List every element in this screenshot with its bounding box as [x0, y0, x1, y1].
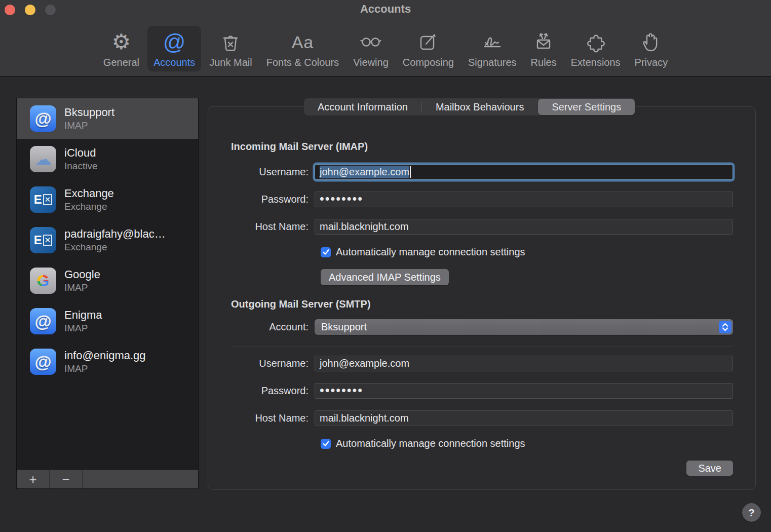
outgoing-password-input[interactable]: ••••••••	[315, 383, 733, 399]
server-settings-panel: Incoming Mail Server (IMAP) Username: jo…	[208, 106, 756, 490]
account-type: Exchange	[64, 201, 114, 212]
toolbar-item-extensions[interactable]: Extensions	[565, 26, 627, 71]
incoming-host-label: Host Name:	[231, 221, 315, 233]
outgoing-heading: Outgoing Mail Server (SMTP)	[231, 298, 733, 310]
fonts-icon: Aa	[292, 29, 314, 55]
account-row-enigma[interactable]: @ Enigma IMAP	[17, 301, 198, 341]
account-name: Exchange	[64, 187, 114, 200]
toolbar-item-label: General	[103, 57, 139, 68]
incoming-username-label: Username:	[231, 166, 315, 178]
text-caret	[410, 166, 411, 178]
incoming-auto-manage-checkbox[interactable]	[321, 247, 331, 257]
toolbar-item-label: Rules	[531, 57, 557, 68]
incoming-password-input[interactable]: ••••••••	[315, 192, 733, 207]
account-type: IMAP	[64, 363, 146, 374]
rules-icon	[531, 29, 556, 55]
check-icon	[322, 248, 330, 256]
outgoing-host-label: Host Name:	[231, 412, 315, 424]
toolbar-item-composing[interactable]: Composing	[397, 26, 460, 71]
toolbar-item-label: Accounts	[153, 57, 195, 68]
toolbar-item-label: Extensions	[571, 57, 621, 68]
mail-account-icon: @	[30, 308, 56, 334]
exchange-icon: E✕	[30, 186, 56, 213]
account-type: Exchange	[64, 242, 166, 253]
incoming-auto-manage-label: Automatically manage connection settings	[336, 246, 525, 258]
at-icon: @	[163, 29, 186, 55]
sidebar-footer: + −	[17, 470, 198, 488]
popup-selected-value: Bksupport	[321, 321, 367, 333]
outgoing-host-input[interactable]: mail.blacknight.com	[315, 410, 733, 426]
incoming-host-input[interactable]: mail.blacknight.com	[315, 219, 733, 235]
account-type: IMAP	[64, 282, 100, 293]
window-title: Accounts	[0, 3, 771, 16]
sidebar-footer-filler	[83, 470, 198, 488]
toolbar-item-fonts-colours[interactable]: Aa Fonts & Colours	[260, 26, 345, 71]
mail-account-icon: @	[30, 349, 56, 375]
toolbar-item-signatures[interactable]: Signatures	[462, 26, 523, 71]
account-row-info-enigma[interactable]: @ info@enigma.gg IMAP	[17, 341, 198, 382]
toolbar: Accounts ⚙ General @ Accounts Junk Mail …	[0, 0, 771, 77]
tab-server-settings[interactable]: Server Settings	[538, 99, 635, 115]
puzzle-icon	[584, 29, 608, 55]
accounts-sidebar: @ Bksupport IMAP ☁ iCloud Inactive E✕ Ex…	[16, 98, 199, 489]
toolbar-item-privacy[interactable]: Privacy	[629, 26, 674, 71]
toolbar-item-accounts[interactable]: @ Accounts	[147, 26, 201, 71]
hand-icon	[639, 29, 663, 55]
account-name: Enigma	[64, 309, 102, 322]
advanced-imap-settings-button[interactable]: Advanced IMAP Settings	[321, 269, 449, 285]
outgoing-password-label: Password:	[231, 385, 315, 397]
settings-tabs: Account Information Mailbox Behaviours S…	[304, 98, 635, 116]
help-button[interactable]: ?	[742, 503, 761, 522]
account-name: iCloud	[64, 146, 97, 160]
account-list: @ Bksupport IMAP ☁ iCloud Inactive E✕ Ex…	[17, 98, 198, 470]
compose-icon	[416, 29, 440, 55]
add-account-button[interactable]: +	[17, 470, 50, 488]
save-button[interactable]: Save	[686, 461, 733, 476]
toolbar-item-label: Privacy	[635, 57, 668, 68]
mail-account-icon: @	[30, 105, 56, 132]
toolbar-item-label: Signatures	[468, 57, 517, 68]
toolbar-item-label: Viewing	[353, 57, 389, 68]
toolbar-item-label: Composing	[403, 57, 454, 68]
account-row-google[interactable]: G Google IMAP	[17, 260, 198, 301]
exchange-icon: E✕	[30, 227, 56, 253]
account-type: Inactive	[64, 161, 97, 172]
toolbar-item-label: Junk Mail	[209, 57, 252, 68]
account-row-exchange[interactable]: E✕ Exchange Exchange	[17, 179, 198, 220]
host-value: mail.blacknight.com	[320, 221, 409, 233]
toolbar-item-viewing[interactable]: Viewing	[347, 26, 395, 71]
account-row-padraigfahy[interactable]: E✕ padraigfahy@blac… Exchange	[17, 220, 198, 260]
toolbar-item-rules[interactable]: Rules	[525, 26, 563, 71]
account-row-bksupport[interactable]: @ Bksupport IMAP	[17, 98, 198, 139]
account-name: Bksupport	[64, 106, 114, 119]
trash-icon	[218, 29, 243, 55]
toolbar-item-label: Fonts & Colours	[266, 57, 339, 68]
account-type: IMAP	[64, 120, 114, 131]
account-name: Google	[64, 268, 100, 281]
google-icon: G	[30, 268, 56, 294]
toolbar-item-junk-mail[interactable]: Junk Mail	[203, 26, 258, 71]
toolbar-item-general[interactable]: ⚙ General	[97, 26, 145, 71]
section-divider	[231, 347, 733, 347]
account-name: info@enigma.gg	[64, 349, 146, 362]
account-row-icloud[interactable]: ☁ iCloud Inactive	[17, 139, 198, 179]
remove-account-button[interactable]: −	[50, 470, 83, 488]
icloud-icon: ☁	[30, 146, 56, 172]
gear-icon: ⚙	[112, 29, 131, 55]
incoming-heading: Incoming Mail Server (IMAP)	[231, 141, 733, 153]
incoming-password-label: Password:	[231, 194, 315, 205]
account-type: IMAP	[64, 323, 102, 334]
outgoing-auto-manage-label: Automatically manage connection settings	[336, 438, 525, 449]
tab-mailbox-behaviours[interactable]: Mailbox Behaviours	[422, 98, 538, 116]
outgoing-username-input[interactable]: john@example.com	[315, 356, 733, 371]
check-icon	[322, 440, 330, 447]
accounts-preferences-window: Accounts ⚙ General @ Accounts Junk Mail …	[0, 0, 771, 532]
popup-stepper-icon	[719, 321, 731, 333]
incoming-username-input[interactable]: john@example.com	[315, 164, 733, 180]
host-value: mail.blacknight.com	[320, 412, 409, 424]
outgoing-account-popup[interactable]: Bksupport	[315, 319, 733, 335]
selected-text: john@example.com	[320, 166, 409, 178]
tab-account-information[interactable]: Account Information	[304, 98, 421, 116]
outgoing-account-label: Account:	[231, 321, 315, 333]
outgoing-auto-manage-checkbox[interactable]	[321, 439, 331, 449]
